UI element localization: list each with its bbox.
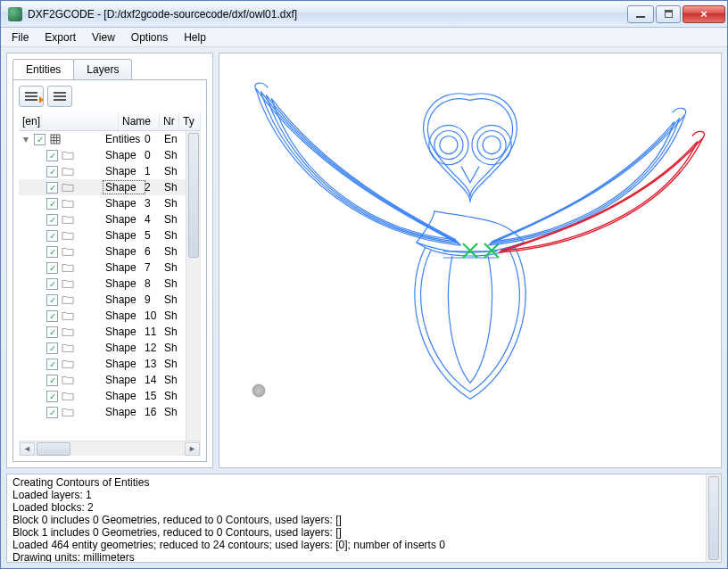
upper-pane: Entities Layers [en] Name Nr Ty bbox=[6, 53, 722, 468]
console-line: Loaded 464 entity geometries; reduced to… bbox=[12, 539, 716, 551]
console-line: Drawing units: millimeters bbox=[12, 551, 716, 563]
console-scrollbar-thumb[interactable] bbox=[708, 476, 719, 560]
tree-row[interactable]: Shape0Sh bbox=[19, 147, 186, 163]
origin-marker-icon bbox=[252, 383, 266, 398]
console-scrollbar[interactable] bbox=[706, 474, 721, 562]
tree-header-nr[interactable]: Nr bbox=[160, 112, 179, 130]
console-line: Loaded layers: 1 bbox=[12, 489, 716, 501]
hscroll-right-button[interactable]: ► bbox=[185, 442, 200, 456]
tab-entities[interactable]: Entities bbox=[12, 59, 74, 79]
tree-header: [en] Name Nr Ty bbox=[19, 112, 201, 131]
tree-row[interactable]: Shape3Sh bbox=[19, 195, 186, 211]
tree-row[interactable]: Shape2Sh bbox=[19, 179, 186, 195]
tree-header-en[interactable]: [en] bbox=[19, 112, 119, 130]
side-tabs: Entities Layers bbox=[12, 59, 207, 79]
console-line: Block 0 includes 0 Geometries, reduced t… bbox=[12, 514, 716, 526]
tree-row[interactable]: Shape5Sh bbox=[19, 227, 186, 243]
menu-file[interactable]: File bbox=[4, 29, 36, 45]
tree-body[interactable]: ▾Entities0EnShape0ShShape1ShShape2ShShap… bbox=[19, 131, 186, 441]
tree-row[interactable]: Shape9Sh bbox=[19, 292, 186, 308]
console-line: Creating Contours of Entities bbox=[12, 476, 716, 489]
hscroll-thumb[interactable] bbox=[37, 442, 70, 456]
tree-row[interactable]: Shape11Sh bbox=[19, 324, 186, 340]
window-title: DXF2GCODE - [D:/dxf2gcode-sourcecode/dxf… bbox=[28, 8, 625, 21]
tree-row[interactable]: Shape7Sh bbox=[19, 260, 186, 276]
tree-row[interactable]: Shape12Sh bbox=[19, 340, 186, 356]
dxf-preview-svg bbox=[219, 54, 721, 467]
svg-point-5 bbox=[483, 136, 500, 154]
hscroll-left-button[interactable]: ◄ bbox=[20, 442, 35, 456]
drawing-canvas[interactable] bbox=[219, 53, 722, 468]
menu-bar: File Export View Options Help bbox=[1, 28, 727, 47]
menu-options[interactable]: Options bbox=[124, 29, 175, 45]
tree-row[interactable]: Shape1Sh bbox=[19, 163, 186, 179]
tree-vertical-scrollbar[interactable] bbox=[186, 131, 201, 441]
client-area: Entities Layers [en] Name Nr Ty bbox=[6, 53, 722, 563]
tree-wrap: ▾Entities0EnShape0ShShape1ShShape2ShShap… bbox=[19, 131, 201, 441]
minimize-button[interactable] bbox=[627, 5, 654, 23]
title-bar[interactable]: DXF2GCODE - [D:/dxf2gcode-sourcecode/dxf… bbox=[1, 1, 727, 28]
close-button[interactable]: × bbox=[682, 5, 725, 23]
menu-view[interactable]: View bbox=[85, 29, 122, 45]
tree-row[interactable]: Shape6Sh bbox=[19, 243, 186, 260]
tree-row[interactable]: Shape8Sh bbox=[19, 276, 186, 292]
window-buttons: × bbox=[625, 5, 725, 23]
tree-row[interactable]: Shape16Sh bbox=[19, 404, 186, 420]
tree-row[interactable]: Shape10Sh bbox=[19, 308, 186, 324]
tree-row[interactable]: Shape13Sh bbox=[19, 356, 186, 372]
app-icon bbox=[8, 7, 22, 21]
expand-all-button[interactable] bbox=[47, 86, 72, 107]
svg-point-2 bbox=[440, 136, 458, 154]
tree-toolbar bbox=[19, 86, 201, 107]
log-console[interactable]: Creating Contours of EntitiesLoaded laye… bbox=[6, 474, 722, 563]
tree-row[interactable]: Shape14Sh bbox=[19, 372, 186, 388]
tab-page-entities: [en] Name Nr Ty ▾Entities0EnShape0ShShap… bbox=[12, 79, 207, 462]
menu-help[interactable]: Help bbox=[177, 29, 213, 45]
svg-point-4 bbox=[477, 130, 506, 159]
console-line: Block 1 includes 0 Geometries, reduced t… bbox=[12, 526, 716, 539]
tree-header-ty[interactable]: Ty bbox=[179, 112, 201, 130]
console-line: Loaded blocks: 2 bbox=[12, 501, 716, 514]
scrollbar-thumb[interactable] bbox=[188, 133, 199, 258]
tree-horizontal-scrollbar[interactable]: ◄ ► bbox=[19, 441, 201, 456]
side-panel: Entities Layers [en] Name Nr Ty bbox=[6, 53, 213, 468]
tree-root-row[interactable]: ▾Entities0En bbox=[19, 131, 186, 147]
svg-point-1 bbox=[434, 130, 463, 159]
tab-layers[interactable]: Layers bbox=[73, 59, 132, 79]
tree-header-name[interactable]: Name bbox=[119, 112, 160, 130]
maximize-button[interactable] bbox=[656, 5, 681, 23]
app-window: DXF2GCODE - [D:/dxf2gcode-sourcecode/dxf… bbox=[0, 0, 728, 569]
console-lines: Creating Contours of EntitiesLoaded laye… bbox=[12, 476, 716, 563]
tree-row[interactable]: Shape4Sh bbox=[19, 211, 186, 227]
menu-export[interactable]: Export bbox=[37, 29, 83, 45]
tree-row[interactable]: Shape15Sh bbox=[19, 388, 186, 404]
